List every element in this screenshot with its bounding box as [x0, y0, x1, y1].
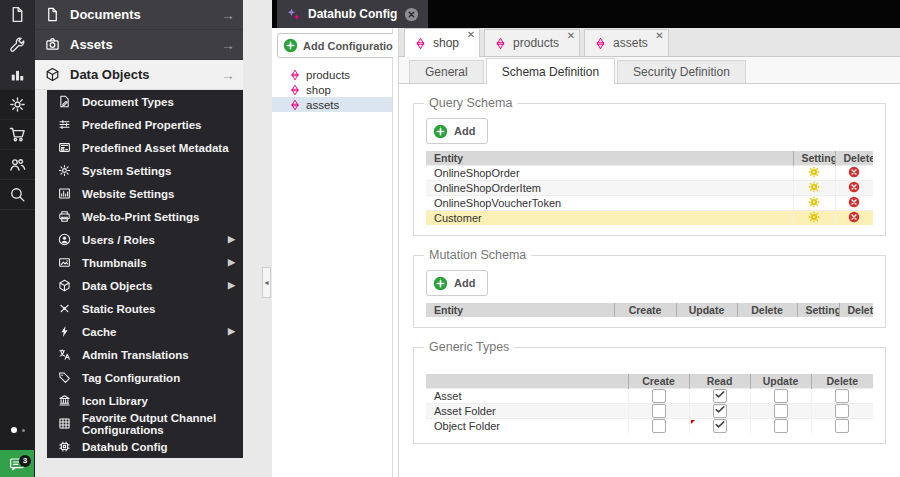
submenu-item-predefined-properties[interactable]: Predefined Properties	[47, 113, 243, 136]
column-header-create[interactable]: Create	[628, 374, 689, 389]
checkbox-update[interactable]	[774, 419, 788, 433]
settings-gear-icon[interactable]	[808, 211, 820, 223]
checkbox-delete[interactable]	[835, 389, 849, 403]
chat-button[interactable]: 3	[0, 450, 34, 477]
table-row[interactable]: OnlineShopOrder	[426, 166, 873, 181]
checkbox-delete[interactable]	[835, 404, 849, 418]
checkbox-create[interactable]	[652, 419, 666, 433]
table-row[interactable]: Object Folder	[426, 419, 873, 434]
column-header-entity[interactable]: Entity	[426, 303, 614, 317]
tree-item-products[interactable]: products	[272, 67, 392, 82]
submenu-item-cache[interactable]: Cache▶	[47, 320, 243, 343]
column-header-update[interactable]: Update	[750, 374, 811, 389]
checkbox-update[interactable]	[774, 389, 788, 403]
tab-security-definition[interactable]: Security Definition	[617, 60, 746, 83]
column-header-delete[interactable]: Delete	[835, 151, 873, 166]
settings-gear-icon[interactable]	[808, 196, 820, 208]
submenu-item-website-settings[interactable]: Website Settings	[47, 182, 243, 205]
column-header-delete[interactable]: Delete	[737, 303, 797, 317]
tree-item-label: shop	[306, 84, 331, 96]
submenu-item-datahub-config[interactable]: Datahub Config	[47, 435, 243, 458]
bar-chart-nav-button[interactable]	[0, 60, 35, 90]
submenu-item-tag-configuration[interactable]: Tag Configuration	[47, 366, 243, 389]
checkbox-delete[interactable]	[835, 419, 849, 433]
tree-item-shop[interactable]: shop	[272, 82, 392, 97]
tab-label: General	[425, 65, 468, 79]
checkbox-read[interactable]	[713, 404, 727, 418]
submenu-item-label: Favorite Output Channel Configurations	[82, 412, 235, 436]
submenu-item-predefined-asset-metadata[interactable]: Predefined Asset Metadata	[47, 136, 243, 159]
arrow-right-icon: →	[221, 68, 235, 82]
settings-gear-icon[interactable]	[808, 166, 820, 178]
column-header-settings[interactable]: Settings	[797, 303, 839, 317]
table-row[interactable]: Asset	[426, 389, 873, 404]
tab-general[interactable]: General	[409, 60, 484, 83]
settings-gear-icon[interactable]	[808, 181, 820, 193]
search-nav-button[interactable]	[0, 180, 35, 210]
submenu-item-favorite-output-channel-configurations[interactable]: Favorite Output Channel Configurations	[47, 412, 243, 435]
panel-collapse-handle[interactable]: ◂	[262, 267, 271, 298]
submenu-item-users-roles[interactable]: Users / Roles▶	[47, 228, 243, 251]
tab-assets[interactable]: assets✕	[584, 29, 669, 56]
delete-icon[interactable]	[848, 166, 860, 178]
column-header-label[interactable]	[426, 374, 628, 389]
menu-item-label: Assets	[70, 37, 113, 52]
query-schema-add-button[interactable]: Add	[426, 118, 488, 144]
tab-datahub-config[interactable]: Datahub Config	[277, 0, 428, 28]
table-row[interactable]: OnlineShopVoucherToken	[426, 196, 873, 211]
menu-item-data-objects[interactable]: Data Objects→	[35, 60, 243, 90]
tree-item-label: assets	[306, 99, 339, 111]
gear-nav-button[interactable]	[0, 90, 35, 120]
cart-nav-button[interactable]	[0, 120, 35, 150]
users-nav-button[interactable]	[0, 150, 35, 180]
plus-icon	[433, 124, 448, 139]
table-row[interactable]: Asset Folder	[426, 404, 873, 419]
table-row[interactable]: OnlineShopOrderItem	[426, 181, 873, 196]
document-nav-button[interactable]	[0, 0, 35, 30]
submenu-item-data-objects[interactable]: Data Objects▶	[47, 274, 243, 297]
menu-item-documents[interactable]: Documents→	[35, 0, 243, 30]
submenu-item-static-routes[interactable]: Static Routes	[47, 297, 243, 320]
checkbox-create[interactable]	[652, 389, 666, 403]
submenu-item-label: System Settings	[82, 165, 171, 177]
tab-schema-definition[interactable]: Schema Definition	[486, 58, 615, 84]
menu-item-assets[interactable]: Assets→	[35, 30, 243, 60]
submenu-item-web-to-print-settings[interactable]: Web-to-Print Settings	[47, 205, 243, 228]
close-icon[interactable]: ✕	[655, 31, 663, 41]
column-header-delete[interactable]: Delete	[811, 374, 873, 389]
checkbox-read[interactable]	[713, 419, 727, 433]
delete-icon[interactable]	[848, 181, 860, 193]
close-icon[interactable]	[404, 7, 419, 22]
submenu-item-admin-translations[interactable]: Admin Translations	[47, 343, 243, 366]
add-button-label: Add	[454, 125, 475, 137]
tab-shop[interactable]: shop✕	[404, 28, 480, 57]
checkbox-create[interactable]	[652, 404, 666, 418]
checkbox-read[interactable]	[713, 389, 727, 403]
submenu-item-icon-library[interactable]: Icon Library	[47, 389, 243, 412]
column-header-update[interactable]: Update	[676, 303, 737, 317]
column-header-delete[interactable]: Delete	[839, 303, 873, 317]
column-header-create[interactable]: Create	[614, 303, 676, 317]
wrench-nav-button[interactable]	[0, 30, 35, 60]
tree-item-assets[interactable]: assets	[272, 97, 392, 112]
sliders-icon	[58, 118, 71, 131]
close-icon[interactable]: ✕	[567, 31, 575, 41]
checkbox-update[interactable]	[774, 404, 788, 418]
column-header-read[interactable]: Read	[689, 374, 750, 389]
column-header-entity[interactable]: Entity	[426, 151, 793, 166]
close-icon[interactable]: ✕	[467, 30, 475, 40]
delete-icon[interactable]	[848, 211, 860, 223]
submenu-item-document-types[interactable]: Document Types	[47, 90, 243, 113]
mutation-schema-add-button[interactable]: Add	[426, 270, 488, 296]
table-row[interactable]: Customer	[426, 211, 873, 226]
submenu-item-system-settings[interactable]: System Settings	[47, 159, 243, 182]
type-label-cell: Asset	[426, 389, 628, 404]
printer-icon	[58, 210, 71, 223]
pimcore-admin: 3 ◂ Datahub Config Add Configuration ▾	[0, 0, 900, 477]
column-header-settings[interactable]: Settings	[793, 151, 835, 166]
query-schema-legend: Query Schema	[424, 96, 517, 110]
delete-icon[interactable]	[848, 196, 860, 208]
tab-products[interactable]: products✕	[484, 29, 580, 56]
entity-cell: OnlineShopOrderItem	[426, 181, 793, 196]
submenu-item-thumbnails[interactable]: Thumbnails▶	[47, 251, 243, 274]
